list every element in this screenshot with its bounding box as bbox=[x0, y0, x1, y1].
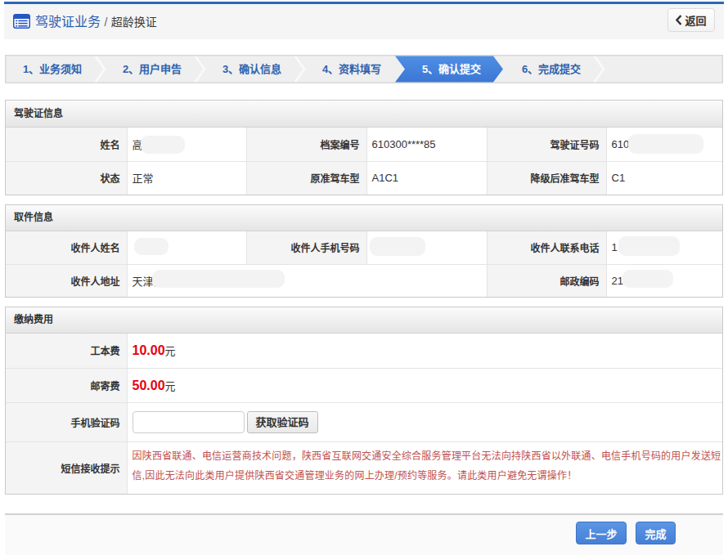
svg-text:4、资料填写: 4、资料填写 bbox=[322, 63, 381, 75]
svg-text:3、确认信息: 3、确认信息 bbox=[222, 63, 281, 75]
svg-text:5、确认提交: 5、确认提交 bbox=[422, 63, 481, 75]
svg-text:1、业务须知: 1、业务须知 bbox=[23, 63, 82, 75]
svg-text:2、用户申告: 2、用户申告 bbox=[123, 63, 182, 75]
svg-text:6、完成提交: 6、完成提交 bbox=[522, 63, 581, 75]
